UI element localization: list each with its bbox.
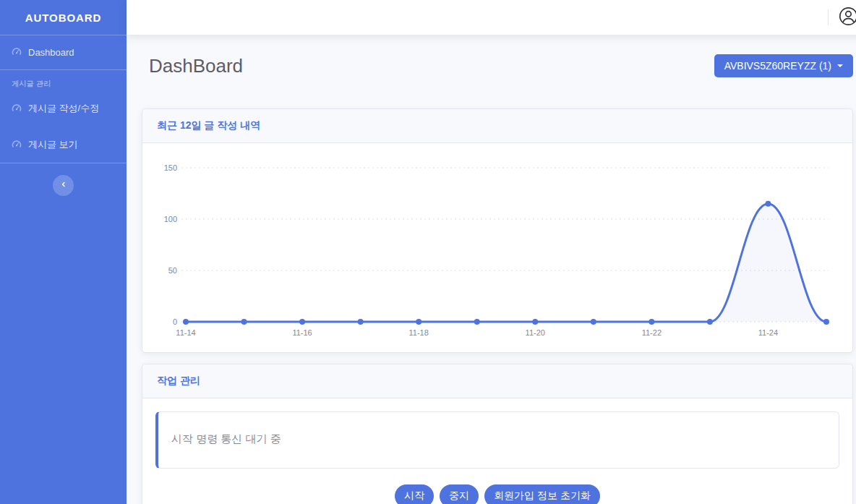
chevron-left-icon [59, 180, 68, 191]
sidebar-collapse-button[interactable] [53, 175, 74, 196]
svg-text:11-22: 11-22 [642, 328, 662, 337]
svg-text:11-14: 11-14 [176, 328, 195, 337]
account-dropdown-button[interactable]: AVBIVS5Z60REYZZ (1) [714, 54, 853, 77]
svg-text:0: 0 [173, 317, 177, 326]
sidebar-item-label: 게시글 작성/수정 [28, 102, 99, 115]
sidebar-section-heading: 게시글 관리 [0, 70, 127, 90]
user-menu-button[interactable] [839, 7, 856, 28]
stop-button[interactable]: 중지 [440, 484, 479, 504]
status-message: 시작 명령 통신 대기 중 [171, 432, 281, 445]
page-content: DashBoard AVBIVS5Z60REYZZ (1) 최근 12일 글 작… [127, 35, 856, 504]
divider [0, 163, 127, 163]
posts-line-chart: 05010015011-1411-1611-1811-2011-2211-24 [148, 152, 847, 341]
job-management-card: 작업 관리 시작 명령 통신 대기 중 시작 중지 회원가입 정보 초기화 [142, 364, 853, 504]
user-circle-icon [839, 7, 856, 28]
sidebar-item-label: Dashboard [28, 47, 74, 58]
svg-text:11-24: 11-24 [758, 328, 778, 337]
tachometer-icon [12, 139, 22, 151]
page-title: DashBoard [142, 55, 243, 77]
caret-down-icon [837, 64, 843, 67]
sidebar-item-post-edit[interactable]: 게시글 작성/수정 [0, 90, 127, 127]
start-button[interactable]: 시작 [395, 484, 434, 504]
reset-signup-info-button[interactable]: 회원가입 정보 초기화 [484, 484, 600, 504]
sidebar-item-dashboard[interactable]: Dashboard [0, 35, 127, 69]
main-column: DashBoard AVBIVS5Z60REYZZ (1) 최근 12일 글 작… [127, 0, 856, 504]
divider [828, 9, 829, 25]
svg-text:11-20: 11-20 [526, 328, 545, 337]
recent-posts-card-title: 최근 12일 글 작성 내역 [142, 109, 852, 143]
brand-link[interactable]: AUTOBOARD [0, 0, 127, 35]
brand-label: AUTOBOARD [25, 12, 101, 24]
sidebar: AUTOBOARD Dashboard 게시글 관리 게시글 작성/수정 게시글… [0, 0, 127, 504]
job-management-card-title: 작업 관리 [142, 364, 852, 398]
topbar [127, 0, 856, 35]
sidebar-item-post-view[interactable]: 게시글 보기 [0, 127, 127, 163]
svg-text:150: 150 [164, 163, 177, 172]
svg-text:100: 100 [164, 215, 177, 223]
tachometer-icon [12, 46, 22, 59]
svg-text:11-16: 11-16 [292, 328, 312, 337]
tachometer-icon [12, 103, 22, 115]
svg-text:11-18: 11-18 [409, 328, 429, 337]
account-dropdown-label: AVBIVS5Z60REYZZ (1) [724, 60, 831, 72]
svg-text:50: 50 [168, 266, 177, 275]
status-message-box: 시작 명령 통신 대기 중 [155, 411, 839, 469]
sidebar-item-label: 게시글 보기 [28, 138, 78, 151]
recent-posts-card: 최근 12일 글 작성 내역 05010015011-1411-1611-181… [142, 108, 853, 353]
